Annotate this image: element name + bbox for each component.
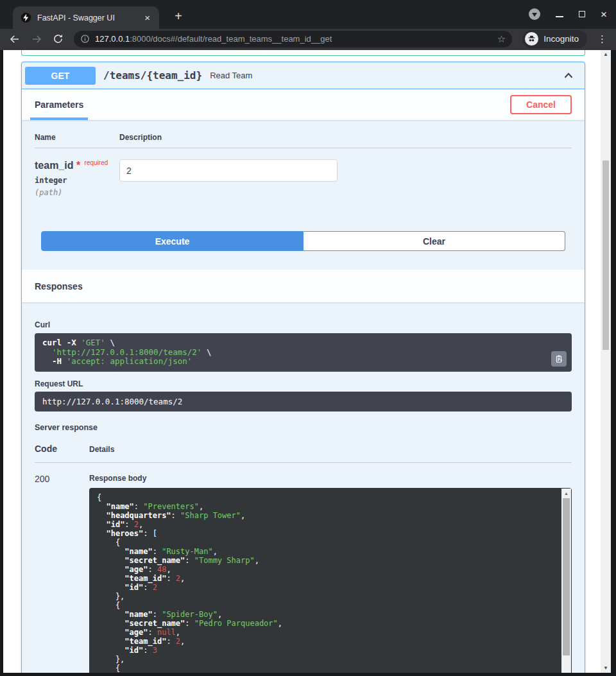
parameter-value-cell xyxy=(119,159,338,197)
page-scrollbar[interactable]: ▲ ▼ xyxy=(601,50,611,673)
incognito-label: Incognito xyxy=(543,34,579,44)
url-path: :8000/docs#/default/read_team_teams__tea… xyxy=(130,34,332,44)
curl-command-code: curl -X 'GET' \ 'http://127.0.0.1:8000/t… xyxy=(42,338,564,367)
parameters-header-row: Parameters Cancel xyxy=(22,89,585,120)
server-response-label: Server response xyxy=(35,423,572,432)
back-icon[interactable] xyxy=(9,33,21,45)
clear-button[interactable]: Clear xyxy=(304,231,565,251)
required-label: required xyxy=(85,159,108,166)
tab-search-icon[interactable] xyxy=(529,8,540,20)
minimize-icon[interactable] xyxy=(556,16,563,17)
responses-title: Responses xyxy=(35,281,83,291)
browser-tab[interactable]: FastAPI - Swagger UI × xyxy=(13,6,159,29)
new-tab-icon[interactable]: + xyxy=(169,8,187,26)
parameter-location: (path) xyxy=(35,188,119,197)
window-close-icon[interactable]: × xyxy=(601,9,607,20)
browser-menu-icon[interactable]: ⋮ xyxy=(597,33,607,45)
page-scroll-down-icon[interactable]: ▼ xyxy=(601,664,611,673)
browser-window: FastAPI - Swagger UI × + × xyxy=(0,0,616,676)
collapse-chevron-icon[interactable] xyxy=(561,69,576,83)
code-column-header: Code xyxy=(35,444,89,454)
page-content: GET /teams/{team_id} Read Team Parameter… xyxy=(3,50,601,673)
tab-strip: FastAPI - Swagger UI × + × xyxy=(0,0,616,29)
response-body-scrollbar[interactable]: ▲ xyxy=(561,489,571,673)
request-url-block: http://127.0.0.1:8000/teams/2 xyxy=(35,392,572,412)
parameter-name: team_id xyxy=(35,160,73,171)
tab-parameters[interactable]: Parameters xyxy=(30,89,88,120)
response-body-code: { "name": "Preventers", "headquarters": … xyxy=(97,493,552,673)
previous-opblock-edge xyxy=(21,50,585,56)
parameter-type: integer xyxy=(35,176,119,185)
response-row: 200 Response body { "name": "Preventers"… xyxy=(35,474,572,673)
request-url-label: Request URL xyxy=(35,379,572,388)
maximize-icon[interactable] xyxy=(579,11,585,17)
column-description: Description xyxy=(119,133,162,142)
window-controls: × xyxy=(529,8,607,20)
responses-body: Curl curl -X 'GET' \ 'http://127.0.0.1:8… xyxy=(22,302,585,673)
endpoint-summary: Read Team xyxy=(210,71,252,80)
parameters-columns: Name Description xyxy=(35,133,572,148)
response-details-cell: Response body { "name": "Preventers", "h… xyxy=(89,474,572,673)
page-scroll-up-icon[interactable]: ▲ xyxy=(601,50,611,59)
parameters-tab-label: Parameters xyxy=(35,100,83,110)
bookmark-star-icon[interactable]: ☆ xyxy=(497,33,506,45)
column-name: Name xyxy=(35,133,119,142)
response-scroll-up-icon[interactable]: ▲ xyxy=(561,490,571,498)
opblock-header[interactable]: GET /teams/{team_id} Read Team xyxy=(22,62,585,89)
endpoint-path: /teams/{team_id} xyxy=(103,69,202,82)
parameter-row: team_id * required integer (path) xyxy=(35,148,572,197)
execute-row: Execute Clear xyxy=(41,231,565,251)
execute-button[interactable]: Execute xyxy=(41,231,304,251)
window-frame: GET /teams/{team_id} Read Team Parameter… xyxy=(0,50,616,676)
url-text[interactable]: 127.0.0.1:8000/docs#/default/read_team_t… xyxy=(95,34,492,44)
cancel-button[interactable]: Cancel xyxy=(510,95,572,114)
page-scrollbar-thumb[interactable] xyxy=(603,160,609,350)
forward-icon[interactable] xyxy=(31,33,42,45)
reload-icon[interactable] xyxy=(53,33,64,44)
response-scrollbar-thumb[interactable] xyxy=(563,498,570,655)
curl-label: Curl xyxy=(35,320,572,329)
response-table-header: Code Details xyxy=(35,444,572,463)
parameter-meta: team_id * required integer (path) xyxy=(35,159,119,197)
url-host: 127.0.0.1 xyxy=(95,34,130,44)
fastapi-favicon-icon xyxy=(21,12,31,23)
required-asterisk: * xyxy=(76,160,80,171)
response-body-label: Response body xyxy=(89,474,572,483)
browser-toolbar: 127.0.0.1:8000/docs#/default/read_team_t… xyxy=(0,29,616,50)
incognito-icon xyxy=(525,32,538,46)
curl-command-block: curl -X 'GET' \ 'http://127.0.0.1:8000/t… xyxy=(35,333,572,372)
status-code: 200 xyxy=(35,474,89,673)
incognito-badge: Incognito xyxy=(522,30,587,48)
response-body-block: { "name": "Preventers", "headquarters": … xyxy=(89,488,572,673)
page-info-icon[interactable] xyxy=(80,34,90,44)
tab-close-icon[interactable]: × xyxy=(142,12,153,24)
details-column-header: Details xyxy=(89,445,114,454)
parameters-body: Name Description team_id * required inte… xyxy=(22,120,585,270)
copy-to-clipboard-icon[interactable] xyxy=(551,351,567,367)
address-bar[interactable]: 127.0.0.1:8000/docs#/default/read_team_t… xyxy=(74,31,512,48)
team-id-input[interactable] xyxy=(119,159,338,182)
responses-header-row: Responses xyxy=(22,270,585,302)
swagger-page: GET /teams/{team_id} Read Team Parameter… xyxy=(3,50,611,673)
method-badge: GET xyxy=(25,67,96,85)
tab-title: FastAPI - Swagger UI xyxy=(37,13,142,22)
opblock-get-read-team: GET /teams/{team_id} Read Team Parameter… xyxy=(21,62,585,673)
